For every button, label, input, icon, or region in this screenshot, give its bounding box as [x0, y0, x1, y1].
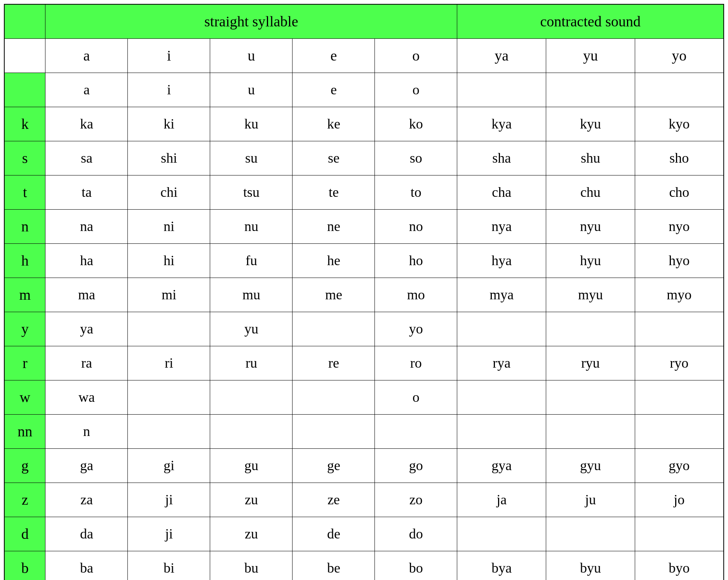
cell-e: me	[293, 278, 375, 312]
cell-a: ha	[45, 243, 128, 278]
table-row: bbabibubebobyabyubyo	[4, 551, 724, 580]
cell-i	[128, 312, 210, 346]
cell-yu: myu	[546, 278, 635, 312]
row-label: n	[4, 209, 45, 243]
cell-e: se	[293, 141, 375, 175]
cell-u: ku	[210, 107, 293, 141]
cell-yo: cho	[635, 175, 724, 209]
cell-o: o	[375, 73, 457, 107]
row-label: nn	[4, 414, 45, 448]
cell-ya: nya	[457, 209, 546, 243]
cell-o: do	[375, 517, 457, 551]
cell-u: nu	[210, 209, 293, 243]
row-label: t	[4, 175, 45, 209]
header-empty	[4, 4, 45, 38]
contracted-sound-header: contracted sound	[457, 4, 724, 38]
cell-u: bu	[210, 551, 293, 580]
cell-yo: gyo	[635, 448, 724, 483]
cell-ya	[457, 517, 546, 551]
cell-a: ta	[45, 175, 128, 209]
row-label: w	[4, 380, 45, 414]
cell-i: i	[128, 73, 210, 107]
cell-yo	[635, 517, 724, 551]
cell-u: zu	[210, 517, 293, 551]
table-row: mmamimumemomyamyumyo	[4, 278, 724, 312]
sub-header-ya: ya	[457, 38, 546, 73]
cell-o: to	[375, 175, 457, 209]
cell-yo	[635, 380, 724, 414]
row-label	[4, 73, 45, 107]
cell-u: fu	[210, 243, 293, 278]
cell-i	[128, 380, 210, 414]
row-label: d	[4, 517, 45, 551]
cell-yu	[546, 73, 635, 107]
row-label: h	[4, 243, 45, 278]
cell-a: sa	[45, 141, 128, 175]
cell-ya	[457, 312, 546, 346]
cell-yu: ryu	[546, 346, 635, 380]
cell-u: gu	[210, 448, 293, 483]
cell-yu	[546, 380, 635, 414]
main-container: straight syllable contracted sound a i u…	[4, 4, 724, 580]
cell-a: da	[45, 517, 128, 551]
cell-o: mo	[375, 278, 457, 312]
cell-i: ri	[128, 346, 210, 380]
table-row: kkakikukekokyakyukyo	[4, 107, 724, 141]
cell-yo: myo	[635, 278, 724, 312]
cell-yu: byu	[546, 551, 635, 580]
cell-ya: mya	[457, 278, 546, 312]
cell-i: mi	[128, 278, 210, 312]
cell-a: a	[45, 73, 128, 107]
cell-e: be	[293, 551, 375, 580]
cell-o: yo	[375, 312, 457, 346]
row-label: k	[4, 107, 45, 141]
cell-e: de	[293, 517, 375, 551]
cell-u	[210, 380, 293, 414]
table-row: wwao	[4, 380, 724, 414]
cell-ya: rya	[457, 346, 546, 380]
cell-o: ko	[375, 107, 457, 141]
cell-yo	[635, 312, 724, 346]
sub-header-yu: yu	[546, 38, 635, 73]
row-label: s	[4, 141, 45, 175]
cell-a: n	[45, 414, 128, 448]
cell-e: ne	[293, 209, 375, 243]
cell-i: ji	[128, 483, 210, 517]
cell-e	[293, 380, 375, 414]
cell-o: so	[375, 141, 457, 175]
table-row: yyayuyo	[4, 312, 724, 346]
table-body: aiueokkakikukekokyakyukyossashisusesosha…	[4, 73, 724, 580]
cell-i: ni	[128, 209, 210, 243]
cell-a: ya	[45, 312, 128, 346]
cell-u: u	[210, 73, 293, 107]
cell-i: chi	[128, 175, 210, 209]
cell-a: ra	[45, 346, 128, 380]
cell-u: tsu	[210, 175, 293, 209]
sub-header-row: a i u e o ya yu yo	[4, 38, 724, 73]
row-label: m	[4, 278, 45, 312]
hiragana-table: straight syllable contracted sound a i u…	[4, 4, 724, 580]
cell-u: mu	[210, 278, 293, 312]
cell-ya: ja	[457, 483, 546, 517]
table-row: ddajizudedo	[4, 517, 724, 551]
cell-a: wa	[45, 380, 128, 414]
cell-yu: shu	[546, 141, 635, 175]
cell-ya: hya	[457, 243, 546, 278]
row-label: r	[4, 346, 45, 380]
table-row: aiueo	[4, 73, 724, 107]
table-row: rrarirureroryaryuryo	[4, 346, 724, 380]
cell-ya: gya	[457, 448, 546, 483]
cell-yu	[546, 517, 635, 551]
cell-i	[128, 414, 210, 448]
cell-a: ma	[45, 278, 128, 312]
cell-yo	[635, 414, 724, 448]
cell-e: e	[293, 73, 375, 107]
cell-u	[210, 414, 293, 448]
cell-i: hi	[128, 243, 210, 278]
cell-ya: kya	[457, 107, 546, 141]
cell-yo	[635, 73, 724, 107]
row-label: g	[4, 448, 45, 483]
cell-yu	[546, 414, 635, 448]
cell-ya: bya	[457, 551, 546, 580]
sub-header-e: e	[293, 38, 375, 73]
